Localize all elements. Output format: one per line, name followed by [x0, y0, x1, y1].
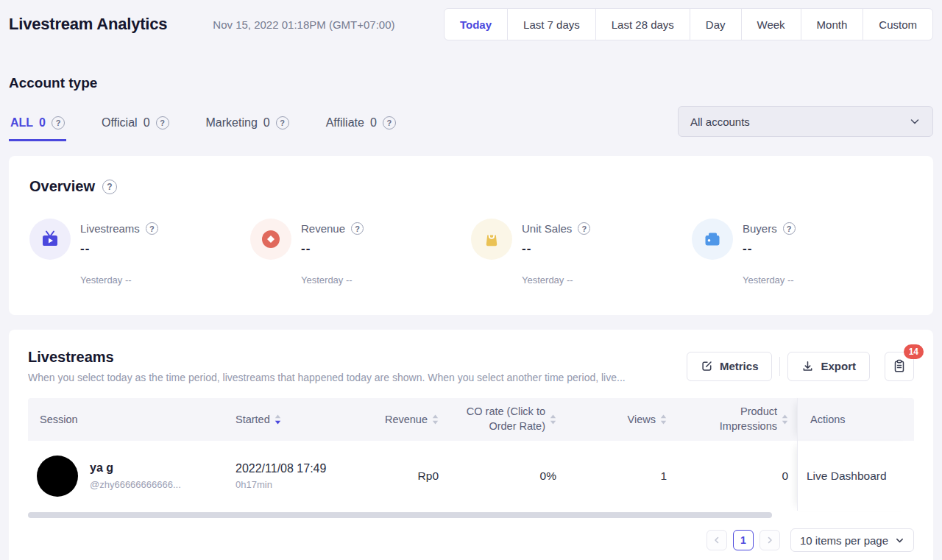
pagination: 1 10 items per page [28, 528, 914, 552]
metrics-button[interactable]: Metrics [687, 352, 773, 381]
overview-heading: Overview [29, 178, 95, 195]
shopping-bag-icon [471, 219, 512, 260]
metric-value: -- [301, 241, 364, 256]
stream-duration: 0h17min [236, 479, 326, 490]
metric-unit-sales: Unit Sales ? -- Yesterday -- [471, 219, 692, 286]
tab-all[interactable]: ALL 0 ? [9, 109, 66, 141]
page-size-value: 10 items per page [800, 534, 888, 547]
column-header-actions: Actions [797, 398, 914, 441]
started-datetime: 2022/11/08 17:49 [236, 462, 326, 475]
revenue-cell: Rp0 [366, 441, 447, 511]
tab-official[interactable]: Official 0 ? [100, 109, 171, 141]
tab-affiliate-label: Affiliate [326, 116, 364, 130]
chevron-down-icon [909, 116, 921, 127]
column-header-revenue[interactable]: Revenue [366, 398, 447, 441]
export-button-label: Export [821, 360, 856, 372]
current-page-button[interactable]: 1 [733, 530, 754, 550]
sort-icon [550, 414, 556, 425]
livestreams-card: Livestreams When you select today as the… [9, 330, 933, 560]
column-header-session: Session [28, 398, 227, 441]
co-rate-cell: 0% [447, 441, 565, 511]
overview-metrics: Livestreams ? -- Yesterday -- [29, 219, 913, 286]
time-period-segmented-control: Today Last 7 days Last 28 days Day Week … [444, 8, 933, 40]
metric-label: Buyers [743, 222, 777, 235]
metric-label: Unit Sales [522, 222, 572, 235]
prev-page-button[interactable] [706, 530, 727, 550]
metric-livestreams: Livestreams ? -- Yesterday -- [29, 219, 250, 286]
chevron-down-icon [895, 536, 904, 545]
column-header-started[interactable]: Started [227, 398, 366, 441]
help-icon[interactable]: ? [156, 116, 169, 130]
account-filter-select[interactable]: All accounts [678, 106, 933, 137]
avatar [37, 456, 78, 497]
help-icon[interactable]: ? [578, 222, 590, 235]
livestreams-description: When you select today as the time period… [28, 372, 626, 383]
metric-revenue: Revenue ? -- Yesterday -- [250, 219, 471, 286]
help-icon[interactable]: ? [52, 116, 65, 130]
column-header-co-rate[interactable]: CO rate (Click to Order Rate) [447, 398, 565, 441]
column-header-product-impressions[interactable]: Product Impressions [676, 398, 797, 441]
metric-value: -- [522, 241, 590, 256]
sort-icon [432, 414, 439, 425]
tab-marketing-count: 0 [263, 116, 270, 130]
tv-icon [29, 219, 71, 260]
product-impressions-cell: 0 [676, 441, 797, 511]
help-icon[interactable]: ? [383, 116, 396, 130]
account-type-tabs: ALL 0 ? Official 0 ? Marketing 0 ? Affil… [9, 109, 933, 141]
current-datetime: Nov 15, 2022 01:18PM (GMT+07:00) [213, 18, 394, 31]
period-month-button[interactable]: Month [801, 8, 864, 40]
tab-marketing[interactable]: Marketing 0 ? [205, 109, 291, 141]
metric-value: -- [743, 241, 796, 256]
clipboard-badge: 14 [904, 344, 924, 359]
metrics-button-label: Metrics [720, 360, 759, 372]
download-icon [801, 360, 814, 372]
help-icon[interactable]: ? [102, 180, 117, 194]
scrollbar-thumb[interactable] [28, 512, 772, 518]
table-row: ya g @zhy66666666666... 2022/11/08 17:49… [28, 441, 914, 511]
help-icon[interactable]: ? [783, 222, 796, 235]
help-icon[interactable]: ? [276, 116, 289, 130]
tab-all-label: ALL [10, 116, 33, 130]
period-custom-button[interactable]: Custom [863, 8, 933, 40]
page-size-select[interactable]: 10 items per page [790, 528, 914, 552]
metric-yesterday: Yesterday -- [743, 274, 913, 286]
session-cell: ya g @zhy66666666666... [28, 441, 227, 511]
toolbar-divider [779, 357, 780, 376]
page-title: Livestream Analytics [9, 15, 167, 34]
record-coin-icon [250, 219, 291, 260]
period-last-7-days-button[interactable]: Last 7 days [507, 8, 596, 40]
period-today-button[interactable]: Today [444, 8, 508, 40]
metric-yesterday: Yesterday -- [301, 274, 471, 286]
period-last-28-days-button[interactable]: Last 28 days [595, 8, 690, 40]
column-header-views[interactable]: Views [565, 398, 676, 441]
metric-yesterday: Yesterday -- [80, 274, 250, 286]
help-icon[interactable]: ? [351, 222, 364, 235]
period-week-button[interactable]: Week [741, 8, 801, 40]
wallet-icon [692, 219, 733, 260]
metric-buyers: Buyers ? -- Yesterday -- [692, 219, 913, 286]
sort-icon [660, 414, 667, 425]
next-page-button[interactable] [759, 530, 780, 550]
export-button[interactable]: Export [787, 352, 870, 381]
started-cell: 2022/11/08 17:49 0h17min [227, 441, 366, 511]
overview-card: Overview ? Livestreams ? -- [9, 156, 933, 315]
edit-square-icon [701, 360, 713, 372]
tab-marketing-label: Marketing [206, 116, 258, 130]
streamer-handle[interactable]: @zhy66666666666... [90, 479, 181, 490]
sort-icon [782, 414, 788, 425]
account-filter-value: All accounts [690, 116, 750, 128]
period-day-button[interactable]: Day [690, 8, 742, 40]
help-icon[interactable]: ? [146, 222, 158, 235]
clipboard-icon [893, 359, 906, 373]
metric-yesterday: Yesterday -- [522, 274, 692, 286]
chevron-left-icon [712, 536, 721, 545]
tab-all-count: 0 [39, 116, 46, 130]
tab-affiliate[interactable]: Affiliate 0 ? [325, 109, 397, 141]
livestreams-heading: Livestreams [28, 349, 626, 366]
table-header-row: Session Started Revenue CO rate (Click t… [28, 398, 914, 441]
live-dashboard-link[interactable]: Live Dashboard [807, 469, 887, 483]
metric-label: Livestreams [80, 222, 140, 235]
top-bar: Livestream Analytics Nov 15, 2022 01:18P… [0, 0, 942, 49]
tab-official-label: Official [102, 116, 138, 130]
account-type-section: Account type ALL 0 ? Official 0 ? Market… [0, 75, 942, 141]
